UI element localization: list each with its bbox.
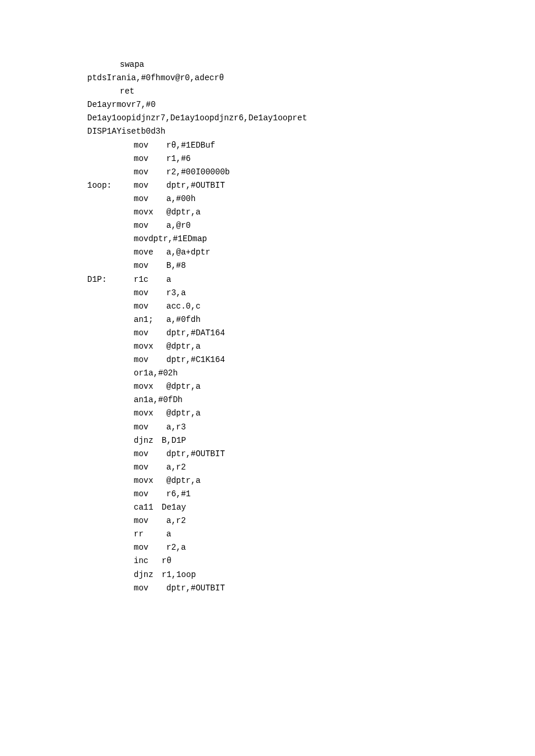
code-line: movdptr,#OUTBIT [87, 582, 535, 595]
code-line: DISP1AYisetb0d3h [87, 125, 535, 138]
code-line-label-loop: 1oop:movdptr,#OUTBIT [87, 179, 535, 192]
code-line: ptdsIrania,#0fhmov@r0,adecrθ [87, 71, 535, 85]
code-line: movdptr,#C1K164 [87, 353, 535, 367]
code-line: swapa [87, 58, 535, 71]
code-line: mova,r2 [87, 461, 535, 474]
code-line: djnzB,D1P [87, 434, 535, 447]
code-line: an1a,#0fDh [87, 393, 535, 407]
code-line: ret [87, 85, 535, 98]
code-line: movr2,a [87, 541, 535, 554]
code-line: movdptr,#1EDmap [87, 232, 535, 246]
code-line: movr6,#1 [87, 488, 535, 501]
code-line: movr3,a [87, 286, 535, 300]
code-line: mova,#00h [87, 192, 535, 206]
code-line: movacc.0,c [87, 300, 535, 313]
code-line: movx@dptr,a [87, 407, 535, 420]
code-line: movea,@a+dptr [87, 246, 535, 259]
code-line: movx@dptr,a [87, 474, 535, 488]
code-line: movdptr,#DAT164 [87, 327, 535, 340]
code-line: incrθ [87, 554, 535, 568]
code-line: De1ay1oopidjnzr7,De1ay1oopdjnzr6,De1ay1o… [87, 112, 535, 125]
code-line: djnzr1,1oop [87, 568, 535, 582]
code-line: rra [87, 528, 535, 541]
code-line-label-dlp: D1P:r1ca [87, 273, 535, 286]
code-line: or1a,#02h [87, 367, 535, 380]
code-line: mova,@r0 [87, 219, 535, 232]
code-line: movx@dptr,a [87, 206, 535, 219]
code-line: ca11De1ay [87, 501, 535, 514]
code-line: mova,r2 [87, 514, 535, 528]
page: swapa ptdsIrania,#0fhmov@r0,adecrθ ret D… [0, 0, 535, 756]
code-line: De1ayrmovr7,#0 [87, 98, 535, 112]
code-line: movrθ,#1EDBuf [87, 139, 535, 152]
code-line: mova,r3 [87, 421, 535, 434]
code-line: movx@dptr,a [87, 380, 535, 393]
code-line: movx@dptr,a [87, 340, 535, 353]
code-line: movr2,#00I00000b [87, 166, 535, 179]
code-line: movB,#8 [87, 259, 535, 273]
code-line: movr1,#6 [87, 152, 535, 166]
code-line: movdptr,#OUTBIT [87, 447, 535, 461]
code-line: an1;a,#0fdh [87, 313, 535, 327]
